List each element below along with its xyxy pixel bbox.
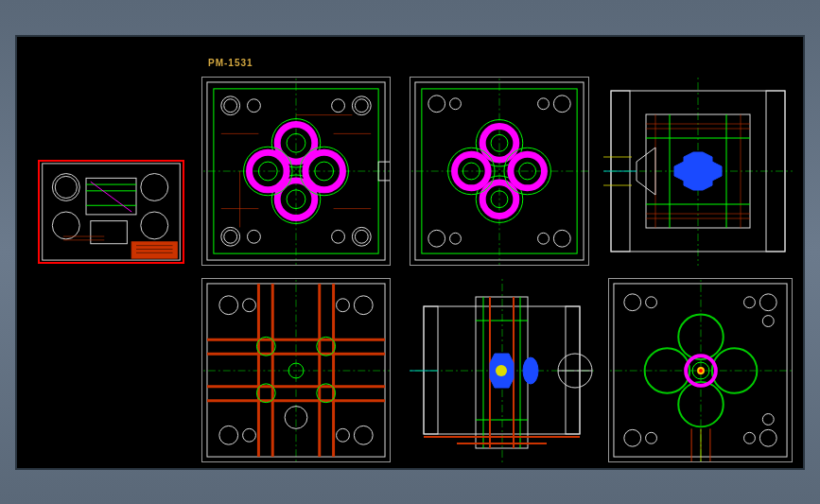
svg-point-100 [219, 295, 238, 314]
drawing-title: PM-1531 [208, 58, 253, 68]
svg-point-5 [141, 212, 168, 239]
svg-point-148 [624, 429, 641, 446]
view-bottom-section [410, 278, 594, 462]
svg-point-136 [523, 357, 538, 384]
svg-point-102 [354, 295, 373, 314]
svg-point-26 [355, 98, 368, 112]
svg-point-62 [450, 233, 462, 244]
svg-point-1 [52, 173, 79, 200]
svg-point-149 [646, 432, 657, 443]
view-top-rear-plate [410, 77, 589, 266]
svg-point-58 [450, 97, 462, 109]
svg-point-145 [646, 296, 657, 307]
svg-point-101 [243, 298, 256, 311]
view-top-section [603, 77, 793, 266]
svg-point-29 [224, 230, 237, 243]
svg-point-63 [553, 230, 570, 247]
svg-point-151 [744, 432, 756, 443]
svg-point-64 [538, 233, 550, 244]
svg-line-10 [91, 182, 131, 212]
svg-point-4 [141, 173, 168, 200]
view-bottom-front-plate [201, 278, 391, 462]
svg-point-32 [355, 230, 368, 243]
svg-point-33 [332, 230, 345, 243]
svg-point-153 [762, 413, 774, 425]
svg-point-105 [243, 428, 256, 442]
svg-point-144 [624, 293, 641, 310]
svg-point-59 [553, 95, 570, 112]
svg-point-104 [219, 426, 238, 444]
svg-point-161 [699, 369, 703, 373]
view-top-front-plate [201, 77, 391, 266]
svg-point-24 [248, 98, 261, 112]
svg-point-107 [337, 428, 350, 442]
svg-point-57 [428, 95, 445, 112]
svg-rect-12 [131, 241, 177, 257]
svg-point-147 [744, 296, 756, 307]
svg-point-30 [248, 230, 261, 243]
cad-drawing-canvas[interactable]: PM-1531 [15, 35, 805, 470]
svg-point-146 [759, 293, 776, 310]
svg-point-23 [224, 98, 237, 112]
svg-point-27 [332, 98, 345, 112]
svg-point-3 [52, 212, 79, 239]
view-bottom-rear-plate [608, 278, 793, 462]
svg-point-152 [762, 315, 774, 326]
svg-point-103 [337, 298, 350, 311]
svg-point-140 [496, 365, 507, 376]
svg-point-106 [354, 426, 373, 444]
svg-point-2 [55, 176, 77, 198]
svg-point-150 [759, 429, 776, 446]
svg-point-61 [428, 230, 445, 247]
title-block-view [38, 160, 184, 264]
svg-point-60 [538, 97, 550, 109]
